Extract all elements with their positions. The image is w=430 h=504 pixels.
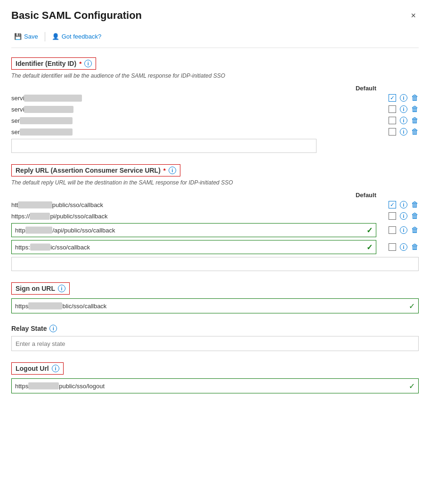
identifier-section-desc: The default identifier will be the audie… <box>11 72 419 79</box>
reply-entry-controls-1: i 🗑 <box>381 200 419 209</box>
feedback-label: Got feedback? <box>62 33 102 40</box>
reply-entry-2: https:// pi/public/sso/callback <box>11 213 376 220</box>
identifier-add-input[interactable] <box>11 139 316 153</box>
relay-state-label: Relay State <box>11 325 47 332</box>
relay-state-info-icon[interactable]: i <box>49 325 57 332</box>
entry-info-icon-1[interactable]: i <box>400 94 407 102</box>
reply-entry-input-4-wrap: ✓ https: ic/sso/callback <box>11 240 376 254</box>
reply-delete-icon-3[interactable]: 🗑 <box>411 226 419 234</box>
relay-state-section: Relay State i <box>11 325 419 351</box>
logout-url-field-wrap: ✓ https public/sso/logout <box>11 378 419 393</box>
logout-url-label: Logout Url <box>16 365 49 372</box>
save-label: Save <box>24 33 38 40</box>
reply-url-add-input[interactable] <box>11 257 419 271</box>
logout-url-info-icon[interactable]: i <box>52 365 59 372</box>
reply-check-icon-3: ✓ <box>366 226 373 235</box>
default-checkbox-3[interactable] <box>389 117 396 124</box>
entry-controls-2: i 🗑 <box>381 105 419 113</box>
identifier-section: Identifier (Entity ID) * i The default i… <box>11 57 419 153</box>
sign-on-url-info-icon[interactable]: i <box>58 285 65 292</box>
reply-entry-controls-4: i 🗑 <box>381 243 419 251</box>
reply-delete-icon-1[interactable]: 🗑 <box>411 200 419 209</box>
reply-info-icon-3[interactable]: i <box>400 226 407 234</box>
reply-delete-icon-2[interactable]: 🗑 <box>411 212 419 220</box>
reply-default-checkbox-2[interactable] <box>389 212 396 220</box>
entry-info-icon-4[interactable]: i <box>400 128 407 136</box>
panel-title: Basic SAML Configuration <box>11 9 142 22</box>
default-checkbox-4[interactable] <box>389 128 396 136</box>
toolbar-divider <box>45 32 45 41</box>
relay-state-input[interactable] <box>11 336 419 351</box>
reply-entry-controls-3: i 🗑 <box>381 226 419 234</box>
save-button[interactable]: 💾 Save <box>11 31 41 42</box>
save-icon: 💾 <box>14 33 22 40</box>
reply-default-checkbox-1[interactable] <box>389 201 396 208</box>
panel-header: Basic SAML Configuration × <box>11 9 419 22</box>
reply-info-icon-4[interactable]: i <box>400 243 407 251</box>
reply-entry-input-3-wrap: ✓ http /api/public/sso/callback <box>11 223 376 237</box>
entry-prefix: ser <box>11 128 20 136</box>
table-row: htt public/sso/callback i 🗑 <box>11 200 419 209</box>
reply-entry-1: htt public/sso/callback <box>11 201 376 208</box>
logout-url-check-icon: ✓ <box>409 382 415 391</box>
entry-delete-icon-2[interactable]: 🗑 <box>411 105 419 113</box>
reply-check-icon-4: ✓ <box>366 243 373 252</box>
reply-default-checkbox-3[interactable] <box>389 226 396 234</box>
identifier-default-header: Default <box>11 85 419 92</box>
identifier-entry-3: ser <box>11 117 376 124</box>
identifier-required: * <box>79 60 81 67</box>
toolbar: 💾 Save 👤 Got feedback? <box>11 27 419 48</box>
reply-info-icon-1[interactable]: i <box>400 201 407 208</box>
reply-url-section-desc: The default reply URL will be the destin… <box>11 179 419 186</box>
reply-info-icon-2[interactable]: i <box>400 212 407 220</box>
identifier-entry-4: ser <box>11 128 376 136</box>
logout-url-section: Logout Url i ✓ https public/sso/logout <box>11 362 419 393</box>
table-row: https:// pi/public/sso/callback i 🗑 <box>11 212 419 220</box>
reply-entry-field-4[interactable] <box>11 240 376 254</box>
identifier-info-icon[interactable]: i <box>84 60 92 67</box>
entry-blurred <box>24 106 73 113</box>
table-row: ✓ http /api/public/sso/callback i 🗑 <box>11 223 419 237</box>
table-row: servi i 🗑 <box>11 105 419 113</box>
identifier-entry-1: servi <box>11 95 376 102</box>
table-row: ser i 🗑 <box>11 116 419 125</box>
table-row: servi i 🗑 <box>11 94 419 102</box>
entry-delete-icon-4[interactable]: 🗑 <box>411 128 419 136</box>
saml-config-panel: Basic SAML Configuration × 💾 Save 👤 Got … <box>0 0 430 414</box>
reply-delete-icon-4[interactable]: 🗑 <box>411 243 419 251</box>
reply-entry-controls-2: i 🗑 <box>381 212 419 220</box>
reply-url-required: * <box>163 167 166 174</box>
reply-url-default-header: Default <box>11 192 419 199</box>
entry-blurred <box>20 128 73 136</box>
table-row: ser i 🗑 <box>11 128 419 136</box>
feedback-button[interactable]: 👤 Got feedback? <box>49 31 105 42</box>
entry-controls-1: i 🗑 <box>381 94 419 102</box>
reply-url-info-icon[interactable]: i <box>169 167 176 174</box>
logout-url-input[interactable] <box>11 378 419 393</box>
entry-info-icon-2[interactable]: i <box>400 105 407 113</box>
reply-url-section: Reply URL (Assertion Consumer Service UR… <box>11 164 419 271</box>
entry-controls-3: i 🗑 <box>381 116 419 125</box>
feedback-icon: 👤 <box>52 33 59 40</box>
entry-prefix: ser <box>11 117 20 124</box>
entry-prefix: servi <box>11 106 24 113</box>
sign-on-url-section: Sign on URL i ✓ https blic/sso/callback <box>11 282 419 313</box>
identifier-section-label: Identifier (Entity ID) <box>16 60 76 67</box>
default-checkbox-1[interactable] <box>389 94 396 102</box>
entry-prefix: servi <box>11 95 24 102</box>
entry-delete-icon-1[interactable]: 🗑 <box>411 94 419 102</box>
reply-default-checkbox-4[interactable] <box>389 243 396 251</box>
table-row: ✓ https: ic/sso/callback i 🗑 <box>11 240 419 254</box>
entry-info-icon-3[interactable]: i <box>400 117 407 124</box>
entry-blurred <box>24 95 82 102</box>
close-button[interactable]: × <box>408 10 419 22</box>
entry-delete-icon-3[interactable]: 🗑 <box>411 116 419 125</box>
sign-on-url-field-wrap: ✓ https blic/sso/callback <box>11 298 419 313</box>
entry-blurred <box>20 117 73 124</box>
reply-entry-field-3[interactable] <box>11 223 376 237</box>
entry-controls-4: i 🗑 <box>381 128 419 136</box>
default-checkbox-2[interactable] <box>389 105 396 113</box>
sign-on-url-label: Sign on URL <box>16 285 55 292</box>
reply-url-section-label: Reply URL (Assertion Consumer Service UR… <box>16 167 161 174</box>
sign-on-url-input[interactable] <box>11 298 419 313</box>
